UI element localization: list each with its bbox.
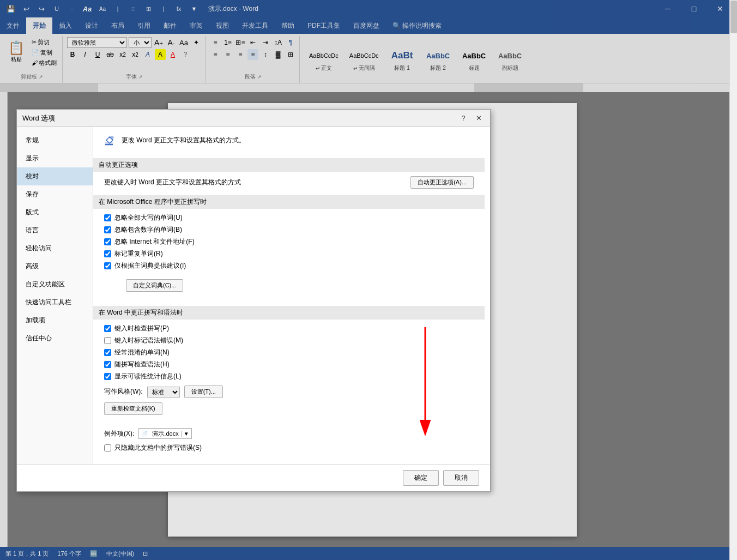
- checkbox-ignore-digits: 忽略包含数字的单词(B): [104, 225, 474, 234]
- label-grammar-check: 随拼写检查语法(H): [114, 360, 170, 369]
- cb-grammar-check[interactable]: [104, 361, 111, 368]
- dialog-title-bar: Word 选项 ? ✕: [17, 110, 490, 127]
- description-text: 更改 Word 更正文字和设置其格式的方式。: [122, 136, 245, 145]
- autocorrect-inline: 更改键入时 Word 更正文字和设置其格式的方式 自动更正选项(A)...: [104, 176, 474, 189]
- file-icon: 📄: [139, 431, 150, 437]
- label-flag-repeated: 标记重复单词(R): [114, 249, 163, 258]
- dialog-description: 更改 Word 更正文字和设置其格式的方式。: [104, 136, 474, 152]
- autocorrect-options-btn[interactable]: 自动更正选项(A)...: [410, 176, 474, 189]
- nav-trustcenter[interactable]: 信任中心: [17, 329, 93, 347]
- cb-check-spelling[interactable]: [104, 325, 111, 332]
- autocorrect-description: 更改键入时 Word 更正文字和设置其格式的方式: [104, 178, 406, 187]
- writing-style-label: 写作风格(W):: [104, 387, 143, 396]
- nav-general[interactable]: 常规: [17, 131, 93, 149]
- exceptions-file-dropdown[interactable]: 📄 演示.docx ▼: [138, 428, 191, 439]
- custom-dict-btn[interactable]: 自定义词典(C)...: [126, 279, 183, 292]
- section-autocorrect-header: 自动更正选项: [93, 158, 485, 172]
- custom-dict-row: 自定义词典(C)...: [115, 275, 474, 298]
- settings-btn[interactable]: 设置(T)...: [184, 386, 223, 398]
- label-suggest-main: 仅根据主词典提供建议(I): [114, 261, 186, 270]
- exceptions-file-name: 演示.docx: [150, 430, 180, 438]
- label-check-spelling: 键入时检查拼写(P): [114, 324, 169, 333]
- dialog-sidebar: 常规 显示 校对 保存 版式 语言 轻松访问 高级 自定义功能区 快速访问工具栏…: [17, 127, 93, 464]
- nav-save[interactable]: 保存: [17, 185, 93, 203]
- cb-flag-repeated[interactable]: [104, 250, 111, 257]
- dialog-help-btn[interactable]: ?: [457, 112, 469, 124]
- description-icon: [104, 135, 117, 152]
- writing-style-select[interactable]: 标准: [147, 387, 180, 398]
- nav-advanced[interactable]: 高级: [17, 257, 93, 275]
- label-confusing: 经常混淆的单词(N): [114, 348, 170, 357]
- nav-customize[interactable]: 自定义功能区: [17, 275, 93, 293]
- checkbox-hide-spelling: 只隐藏此文档中的拼写错误(S): [104, 443, 474, 453]
- label-ignore-internet: 忽略 Internet 和文件地址(F): [114, 237, 195, 246]
- cb-ignore-upper[interactable]: [104, 214, 111, 221]
- checkbox-ignore-internet: 忽略 Internet 和文件地址(F): [104, 237, 474, 246]
- nav-layout[interactable]: 版式: [17, 203, 93, 221]
- exceptions-dropdown-arrow[interactable]: ▼: [181, 431, 191, 437]
- correction-icon-svg: [104, 135, 117, 148]
- checkbox-ignore-upper: 忽略全部大写的单词(U): [104, 213, 474, 222]
- label-readability: 显示可读性统计信息(L): [114, 372, 182, 381]
- nav-accessibility[interactable]: 轻松访问: [17, 239, 93, 257]
- nav-display[interactable]: 显示: [17, 149, 93, 167]
- section-word-spelling-header: 在 Word 中更正拼写和语法时: [93, 306, 485, 320]
- nav-language[interactable]: 语言: [17, 221, 93, 239]
- label-hide-spelling: 只隐藏此文档中的拼写错误(S): [114, 443, 202, 453]
- dialog-scroll-thumb[interactable]: [730, 1, 737, 33]
- nav-proofing[interactable]: 校对: [17, 167, 93, 185]
- cb-mark-grammar[interactable]: [104, 337, 111, 344]
- nav-quickaccess[interactable]: 快速访问工具栏: [17, 293, 93, 311]
- dialog-title-text: Word 选项: [22, 113, 55, 123]
- cb-confusing[interactable]: [104, 349, 111, 356]
- label-ignore-digits: 忽略包含数字的单词(B): [114, 225, 182, 234]
- section-office-spelling-header: 在 Microsoft Office 程序中更正拼写时: [93, 195, 485, 209]
- dialog-scrollbar[interactable]: [729, 0, 737, 560]
- red-arrow-annotation: [398, 327, 452, 438]
- dialog-footer: 确定 取消: [17, 464, 490, 491]
- nav-addins[interactable]: 加载项: [17, 311, 93, 329]
- label-mark-grammar: 键入时标记语法错误(M): [114, 336, 183, 345]
- dialog-overlay: Word 选项 ? ✕ 常规 显示 校对 保存 版式 语言 轻松访问 高级 自定…: [0, 0, 737, 560]
- exceptions-label: 例外项(X):: [104, 429, 134, 438]
- checkbox-flag-repeated: 标记重复单词(R): [104, 249, 474, 258]
- arrow-svg: [398, 327, 452, 436]
- dialog-title-controls: ? ✕: [457, 112, 485, 124]
- checkbox-suggest-main: 仅根据主词典提供建议(I): [104, 261, 474, 270]
- recheck-document-btn[interactable]: 重新检查文档(K): [104, 402, 162, 415]
- label-ignore-upper: 忽略全部大写的单词(U): [114, 213, 183, 222]
- cancel-btn[interactable]: 取消: [443, 470, 479, 486]
- cb-suggest-main[interactable]: [104, 262, 111, 269]
- cb-ignore-digits[interactable]: [104, 226, 111, 233]
- cb-readability[interactable]: [104, 373, 111, 380]
- cb-hide-spelling[interactable]: [104, 444, 111, 451]
- cb-ignore-internet[interactable]: [104, 238, 111, 245]
- dialog-close-btn[interactable]: ✕: [473, 112, 485, 124]
- ok-btn[interactable]: 确定: [403, 470, 439, 486]
